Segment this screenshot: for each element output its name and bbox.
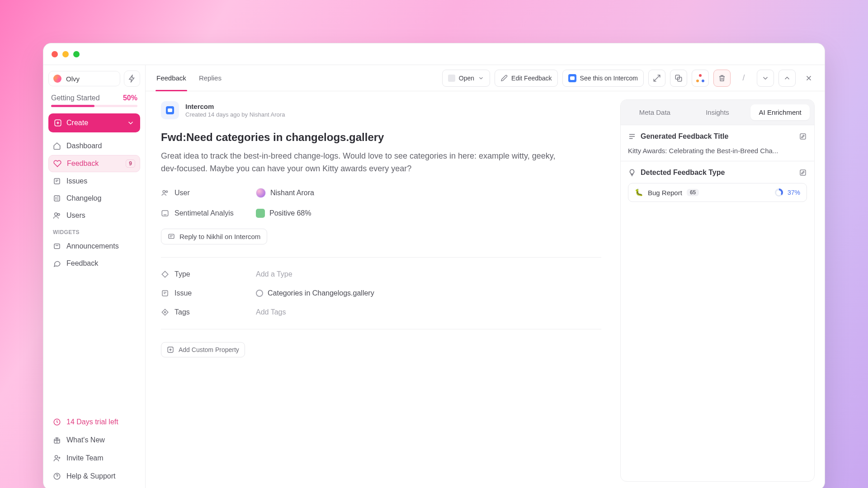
intercom-icon: [568, 74, 576, 82]
edit-label: Edit Feedback: [511, 75, 552, 82]
property-type[interactable]: Type Add a Type: [161, 270, 601, 278]
integrations-button[interactable]: [692, 70, 709, 87]
user-name[interactable]: Nishant Arora: [270, 189, 314, 197]
svg-point-12: [163, 190, 165, 192]
generated-title-value: Kitty Awards: Celebrating the Best-in-Br…: [628, 147, 807, 155]
sidebar-item-dashboard[interactable]: Dashboard: [48, 138, 140, 154]
window-titlebar: [43, 43, 825, 65]
tags-placeholder: Add Tags: [256, 308, 286, 316]
property-label: Issue: [175, 289, 192, 297]
invite-icon: [53, 454, 61, 462]
user-icon: [161, 189, 169, 197]
announcements-icon: [53, 242, 61, 250]
ai-tab-enrichment[interactable]: AI Enrichment: [750, 104, 810, 120]
create-button[interactable]: Create: [48, 113, 140, 132]
status-dropdown[interactable]: Open: [442, 70, 490, 87]
sidebar-item-label: Announcements: [66, 242, 119, 250]
workspace-switcher[interactable]: Olvy: [48, 71, 120, 86]
chevron-down-icon: [761, 74, 769, 82]
property-label: User: [175, 189, 190, 197]
delete-button[interactable]: [713, 70, 731, 87]
add-custom-property-button[interactable]: Add Custom Property: [161, 342, 245, 357]
app-body: Olvy Getting Started 50% Create: [43, 65, 825, 488]
sidebar-item-label: Feedback: [66, 259, 98, 267]
reply-button[interactable]: Reply to Nikhil on Intercom: [161, 229, 267, 244]
sidebar-item-issues[interactable]: Issues: [48, 173, 140, 189]
edit-icon[interactable]: [799, 132, 807, 141]
svg-point-17: [165, 311, 166, 313]
whats-new-link[interactable]: What's New: [48, 432, 140, 448]
sidebar-item-changelog[interactable]: Changelog: [48, 190, 140, 206]
sidebar-item-label: Changelog: [66, 194, 101, 202]
svg-point-13: [166, 191, 168, 192]
invite-label: Invite Team: [66, 454, 104, 462]
tab-feedback[interactable]: Feedback: [156, 65, 186, 91]
tab-replies[interactable]: Replies: [199, 65, 222, 91]
property-tags[interactable]: Tags Add Tags: [161, 308, 601, 316]
issue-icon: [161, 289, 169, 297]
gift-icon: [53, 436, 61, 444]
detected-type-card[interactable]: 🐛 Bug Report 65 37%: [628, 183, 807, 202]
chat-icon: [53, 259, 61, 267]
ai-tab-insights[interactable]: Insights: [688, 104, 747, 120]
svg-point-4: [58, 214, 60, 216]
invite-team-link[interactable]: Invite Team: [48, 450, 140, 466]
next-button[interactable]: [757, 70, 774, 87]
source-meta: Created 14 days ago by Nishant Arora: [185, 111, 285, 118]
see-on-intercom-button[interactable]: See this on Intercom: [562, 70, 644, 87]
workspace-name: Olvy: [66, 75, 80, 83]
whats-new-label: What's New: [66, 436, 105, 444]
plus-box-icon: [167, 346, 174, 353]
quick-actions-button[interactable]: [124, 70, 140, 87]
sidebar-item-feedback[interactable]: Feedback 9: [48, 155, 140, 172]
issues-icon: [53, 177, 61, 185]
bug-emoji-icon: 🐛: [635, 188, 643, 197]
sidebar-widget-feedback[interactable]: Feedback: [48, 255, 140, 272]
trash-icon: [718, 74, 726, 82]
integrations-icon: [696, 74, 704, 82]
sidebar-item-label: Dashboard: [66, 142, 102, 150]
sidebar: Olvy Getting Started 50% Create: [43, 65, 146, 488]
plus-box-icon: [54, 119, 62, 127]
avatar: [256, 188, 266, 198]
edit-feedback-button[interactable]: Edit Feedback: [495, 70, 558, 87]
property-issue[interactable]: Issue Categories in Changelogs.gallery: [161, 289, 601, 297]
pencil-icon: [500, 75, 508, 82]
divider: [161, 257, 601, 258]
trial-status[interactable]: 14 Days trial left: [48, 414, 140, 430]
ai-tab-metadata[interactable]: Meta Data: [625, 104, 684, 120]
list-icon: [628, 132, 636, 141]
prev-button[interactable]: [778, 70, 796, 87]
sidebar-item-label: Users: [66, 211, 85, 220]
window-close-dot[interactable]: [52, 51, 58, 57]
chevron-down-icon: [127, 119, 135, 127]
property-label: Sentimetal Analyis: [175, 209, 234, 217]
sidebar-item-users[interactable]: Users: [48, 207, 140, 224]
chevron-down-icon: [478, 75, 484, 81]
edit-icon[interactable]: [799, 169, 807, 177]
getting-started-row[interactable]: Getting Started 50%: [48, 92, 140, 102]
window-zoom-dot[interactable]: [73, 51, 80, 57]
close-icon: [805, 74, 813, 82]
trial-label: 14 Days trial left: [66, 418, 118, 426]
feedback-description: Great idea to track the best-in-breed ch…: [161, 150, 568, 175]
close-button[interactable]: [800, 70, 817, 87]
property-sentiment: Sentimetal Analyis Positive 68%: [161, 209, 601, 218]
source-name: Intercom: [185, 103, 285, 110]
detected-type-section: Detected Feedback Type 🐛 Bug Report 65 3…: [621, 161, 814, 208]
sentiment-chip-icon: [256, 209, 265, 218]
copy-button[interactable]: [670, 70, 687, 87]
property-label: Tags: [175, 308, 190, 316]
window-minimize-dot[interactable]: [62, 51, 69, 57]
link-button[interactable]: [648, 70, 665, 87]
toolbar: Feedback Replies Open Edit Feedback: [146, 65, 825, 91]
issue-status-icon: [256, 290, 263, 297]
sidebar-item-label: Issues: [66, 177, 87, 185]
sidebar-feedback-badge: 9: [126, 160, 135, 168]
help-support-link[interactable]: Help & Support: [48, 468, 140, 484]
source-badge: [161, 101, 179, 119]
widgets-heading: WIDGETS: [48, 225, 140, 237]
heart-icon: [53, 160, 61, 168]
svg-rect-5: [54, 244, 60, 249]
sidebar-widget-announcements[interactable]: Announcements: [48, 238, 140, 254]
